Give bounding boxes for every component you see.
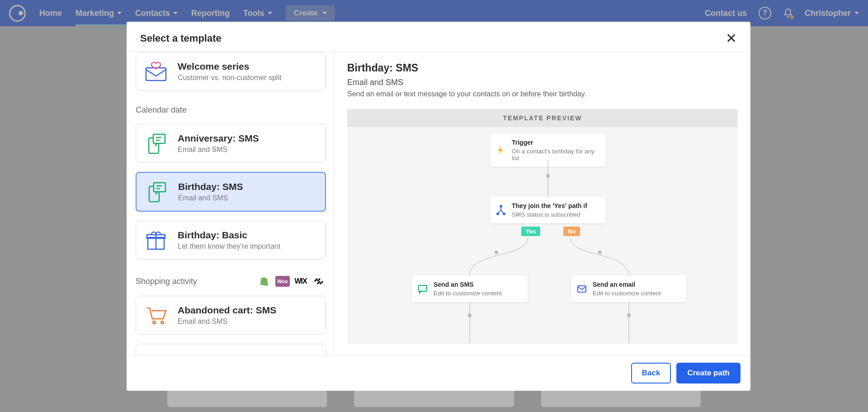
template-card-anniversary[interactable]: Anniversary: SMS Email and SMS — [136, 124, 326, 163]
svg-rect-0 — [146, 68, 166, 81]
template-card-abandoned-cart[interactable]: Abandoned cart: SMS Email and SMS — [136, 296, 326, 335]
node-text: SMS status is subscribed — [512, 211, 599, 218]
envelope-heart-icon — [144, 60, 168, 83]
template-card-birthday-basic[interactable]: Birthday: Basic Let them know they're im… — [136, 221, 326, 260]
template-name: Birthday: Basic — [178, 230, 280, 241]
modal-title: Select a template — [140, 33, 222, 44]
no-chip: No — [563, 227, 580, 236]
detail-title: Birthday: SMS — [347, 62, 738, 74]
node-title: Send an SMS — [434, 281, 520, 288]
yes-chip: Yes — [521, 227, 540, 236]
template-name: Birthday: SMS — [178, 181, 243, 192]
workflow-connector — [568, 237, 631, 277]
node-title: Trigger — [512, 139, 599, 146]
woocommerce-icon: Woo — [275, 276, 290, 287]
cart-icon — [144, 303, 168, 327]
squarespace-icon — [311, 276, 326, 287]
close-icon[interactable]: ✕ — [726, 32, 737, 45]
section-shopping-activity: Shopping activity — [136, 277, 197, 286]
node-text: On a contact's birthday for any list — [512, 148, 599, 161]
workflow-email-node: Send an email Edit to customize content — [571, 275, 687, 302]
sms-phone-icon — [145, 180, 168, 204]
template-sub: Email and SMS — [178, 317, 276, 326]
workflow-condition-node: They join the 'Yes' path if SMS status i… — [490, 197, 606, 223]
gift-icon — [144, 228, 168, 252]
preview-header: TEMPLATE PREVIEW — [347, 109, 738, 127]
cart-icon — [144, 351, 168, 355]
detail-description: Send an email or text message to your co… — [347, 90, 738, 98]
template-detail: Birthday: SMS Email and SMS Send an emai… — [335, 52, 750, 355]
modal-footer: Back Create path — [127, 355, 750, 391]
template-card-welcome[interactable]: Welcome series Customer vs. non-customer… — [136, 52, 326, 91]
svg-point-7 — [153, 321, 156, 324]
template-modal: Select a template ✕ Welcome series Custo… — [127, 22, 750, 391]
template-sub: Email and SMS — [178, 146, 259, 154]
svg-point-10 — [497, 213, 499, 215]
template-sub: Email and SMS — [178, 194, 243, 202]
shopify-icon — [257, 276, 272, 287]
integrations-row: Woo WIX — [257, 276, 326, 287]
preview-canvas: Trigger On a contact's birthday for any … — [347, 127, 738, 344]
node-title: They join the 'Yes' path if — [512, 202, 599, 209]
svg-rect-2 — [153, 134, 165, 143]
chat-icon — [417, 284, 428, 294]
node-title: Send an email — [593, 281, 679, 288]
template-sub: Let them know they're important — [178, 242, 280, 251]
template-name: Anniversary: SMS — [178, 133, 259, 144]
envelope-icon — [576, 284, 587, 294]
lightning-icon — [495, 145, 506, 156]
svg-point-8 — [161, 321, 164, 324]
detail-subtitle: Email and SMS — [347, 78, 738, 87]
svg-rect-4 — [154, 183, 165, 192]
workflow-connector — [467, 237, 530, 277]
template-name: Welcome series — [178, 61, 281, 72]
template-card-birthday-sms[interactable]: Birthday: SMS Email and SMS — [136, 172, 326, 212]
svg-point-11 — [503, 213, 505, 215]
sms-phone-icon — [144, 132, 168, 155]
svg-rect-12 — [419, 285, 427, 291]
template-list[interactable]: Welcome series Customer vs. non-customer… — [127, 52, 335, 355]
node-text: Edit to customize content — [434, 290, 520, 297]
svg-point-9 — [500, 205, 502, 207]
split-icon — [495, 205, 506, 216]
workflow-sms-node: Send an SMS Edit to customize content — [412, 275, 528, 302]
node-text: Edit to customize content — [593, 290, 679, 297]
create-path-button[interactable]: Create path — [676, 363, 741, 384]
template-sub: Customer vs. non-customer split — [178, 74, 281, 82]
back-button[interactable]: Back — [631, 363, 671, 384]
wix-icon: WIX — [293, 276, 308, 287]
modal-header: Select a template ✕ — [127, 22, 750, 52]
template-card-partial[interactable] — [136, 344, 326, 355]
template-name: Abandoned cart: SMS — [178, 305, 276, 316]
section-calendar-date: Calendar date — [136, 105, 326, 115]
